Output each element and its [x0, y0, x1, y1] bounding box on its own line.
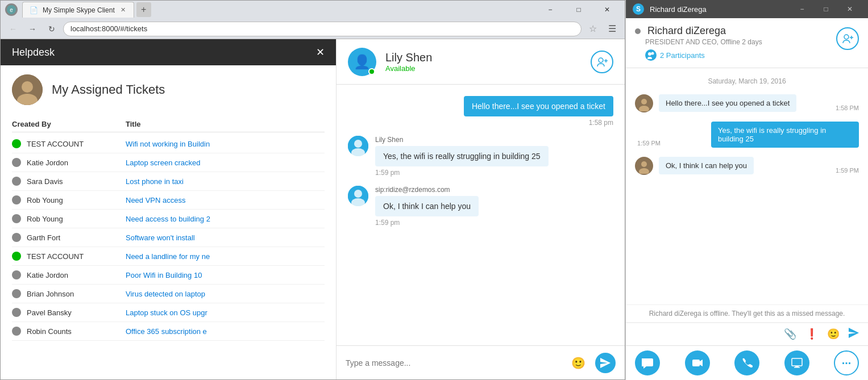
- skype-screen-btn[interactable]: [784, 350, 809, 375]
- col-created-by: Created By: [12, 120, 126, 128]
- user-cell: Garth Fort: [12, 233, 126, 242]
- ticket-row[interactable]: TEST ACCOUNT Need a landline for my ne: [12, 247, 325, 266]
- user-name: TEST ACCOUNT: [27, 252, 84, 261]
- svg-point-25: [641, 161, 647, 167]
- skype-window-title: Richard diZerega: [650, 5, 791, 14]
- skype-send-btn[interactable]: [849, 328, 859, 341]
- user-cell: TEST ACCOUNT: [12, 252, 126, 261]
- message-bubble: Ok, I think I can help you: [375, 196, 479, 216]
- svg-marker-27: [849, 328, 859, 338]
- svg-point-12: [354, 190, 362, 198]
- ticket-row[interactable]: Pavel Bansky Laptop stuck on OS upgr: [12, 303, 325, 322]
- chat-panel: 👤 Lily Shen Available: [336, 39, 625, 379]
- send-btn[interactable]: [595, 353, 616, 373]
- user-cell: Sara Davis: [12, 177, 126, 186]
- skype-msg-time: 1:59 PM: [836, 167, 859, 174]
- address-bar[interactable]: localhost:8000/#/tickets: [63, 22, 582, 36]
- browser-toolbar: ← → ↻ localhost:8000/#/tickets ☆ ☰: [1, 19, 625, 39]
- skype-maximize-btn[interactable]: □: [815, 1, 837, 17]
- skype-urgent-btn[interactable]: ❗: [805, 328, 818, 341]
- chat-input[interactable]: [346, 358, 561, 368]
- skype-date-divider: Saturday, March 19, 2016: [635, 77, 859, 85]
- user-cell: Robin Counts: [12, 327, 126, 336]
- maximize-btn[interactable]: □: [566, 2, 592, 18]
- close-btn[interactable]: ✕: [594, 2, 620, 18]
- chat-avatar-icon: 👤: [354, 54, 371, 70]
- user-name: Katie Jordon: [27, 158, 68, 167]
- ticket-row[interactable]: Katie Jordon Laptop screen cracked: [12, 153, 325, 172]
- skype-more-btn[interactable]: ···: [834, 350, 859, 375]
- message-avatar: [348, 136, 368, 156]
- skype-chat-action-btn[interactable]: [635, 350, 660, 375]
- skype-participants-btn[interactable]: 2 Participants: [645, 49, 762, 61]
- msg-right-content: Hello there...I see you opened a ticket …: [464, 96, 613, 127]
- helpdesk-title: Helpdesk: [12, 47, 55, 59]
- tickets-header: Created By Title: [12, 116, 325, 132]
- message-avatar: [348, 186, 368, 206]
- skype-icon: S: [633, 3, 644, 15]
- skype-message-row: Ok, I think I can help you 1:59 PM: [635, 157, 859, 175]
- svg-point-18: [844, 35, 849, 39]
- tab-bar: 📄 My Simple Skype Client ✕ +: [22, 2, 151, 18]
- new-tab-btn[interactable]: +: [136, 2, 151, 17]
- ticket-row[interactable]: Rob Young Need VPN access: [12, 191, 325, 210]
- ticket-row[interactable]: Garth Fort Software won't install: [12, 228, 325, 247]
- helpdesk-header: Helpdesk ✕: [1, 39, 336, 65]
- browser-content: Helpdesk ✕ My Assigned Tickets: [1, 39, 625, 379]
- chat-user-name: Lily Shen: [385, 51, 582, 64]
- browser-menu-btn[interactable]: ☰: [604, 21, 620, 37]
- message-bubble: Yes, the wifi is really struggling in bu…: [375, 146, 549, 166]
- refresh-btn[interactable]: ↻: [44, 21, 60, 37]
- ticket-title: Virus detected on laptop: [126, 290, 325, 298]
- message-content: Lily Shen Yes, the wifi is really strugg…: [375, 136, 613, 177]
- bookmark-btn[interactable]: ☆: [585, 21, 601, 37]
- svg-rect-32: [794, 367, 800, 368]
- message-group: Hello there...I see you opened a ticket …: [348, 96, 613, 127]
- message-content: sip:ridize@rzdemos.com Ok, I think I can…: [375, 186, 613, 227]
- participants-label: 2 Participants: [660, 51, 705, 60]
- chat-add-participant-btn[interactable]: [591, 51, 613, 73]
- svg-marker-29: [700, 360, 703, 366]
- skype-msg-body: Ok, I think I can help you: [659, 157, 828, 174]
- emoji-btn[interactable]: 🙂: [568, 353, 588, 373]
- skype-close-btn[interactable]: ✕: [838, 1, 861, 17]
- status-dot: [12, 233, 21, 242]
- minimize-btn[interactable]: −: [537, 2, 563, 18]
- skype-call-btn[interactable]: [734, 350, 759, 375]
- ticket-title: Office 365 subscription e: [126, 327, 325, 336]
- skype-minimize-btn[interactable]: −: [791, 1, 813, 17]
- forward-btn[interactable]: →: [24, 21, 40, 37]
- chat-messages: Hello there...I see you opened a ticket …: [337, 85, 625, 345]
- active-tab[interactable]: 📄 My Simple Skype Client ✕: [22, 2, 134, 18]
- skype-attachment-btn[interactable]: 📎: [784, 328, 796, 341]
- skype-video-btn[interactable]: [685, 350, 710, 375]
- user-cell: Brian Johnson: [12, 289, 126, 298]
- ticket-row[interactable]: Rob Young Need access to building 2: [12, 210, 325, 228]
- tab-close-btn[interactable]: ✕: [119, 5, 127, 15]
- tickets-list: TEST ACCOUNT Wifi not working in Buildin…: [12, 135, 325, 341]
- ticket-row[interactable]: Sara Davis Lost phone in taxi: [12, 172, 325, 191]
- ticket-row[interactable]: Brian Johnson Virus detected on laptop: [12, 285, 325, 303]
- svg-point-15: [648, 52, 651, 56]
- window-controls: − □ ✕: [537, 2, 620, 18]
- ticket-row[interactable]: Robin Counts Office 365 subscription e: [12, 322, 325, 341]
- back-btn[interactable]: ←: [5, 21, 21, 37]
- skype-msg-avatar: [635, 157, 653, 175]
- status-dot: [12, 158, 21, 167]
- tickets-table: Created By Title TEST ACCOUNT Wifi not w…: [12, 116, 325, 341]
- svg-marker-14: [600, 358, 610, 368]
- skype-window: S Richard diZerega − □ ✕ Richard diZereg…: [625, 0, 868, 380]
- skype-emoji-toolbar-btn[interactable]: 🙂: [827, 328, 840, 341]
- ticket-row[interactable]: Katie Jordon Poor Wifi in Building 10: [12, 266, 325, 285]
- chat-header: 👤 Lily Shen Available: [337, 39, 625, 85]
- svg-rect-28: [692, 360, 700, 366]
- message-group: sip:ridize@rzdemos.com Ok, I think I can…: [348, 186, 613, 227]
- ticket-title: Wifi not working in Buildin: [126, 140, 325, 148]
- user-cell: Rob Young: [12, 195, 126, 204]
- helpdesk-close-btn[interactable]: ✕: [316, 46, 325, 59]
- ticket-title: Poor Wifi in Building 10: [126, 271, 325, 279]
- ticket-row[interactable]: TEST ACCOUNT Wifi not working in Buildin: [12, 135, 325, 153]
- skype-add-btn[interactable]: [836, 27, 859, 50]
- ticket-title: Need VPN access: [126, 196, 325, 204]
- skype-msg-body: Yes, the wifi is really struggling in bu…: [666, 122, 859, 148]
